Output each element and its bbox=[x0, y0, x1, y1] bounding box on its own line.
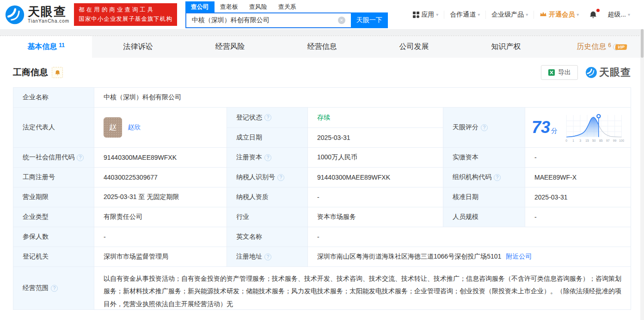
score-marker-pin bbox=[597, 115, 600, 118]
company-type-value: 有限责任公司 bbox=[94, 207, 227, 227]
english-name-label: 英文名称 bbox=[227, 227, 308, 247]
nav-enterprise-products[interactable]: 企业级产品 ▾ bbox=[485, 11, 534, 19]
tianyancha-logo-icon bbox=[5, 5, 25, 25]
help-icon[interactable]: ? bbox=[481, 124, 488, 131]
brand-watermark: 天眼查 bbox=[585, 66, 631, 79]
search-tabs: 查公司 查老板 查风险 查关系 bbox=[185, 1, 388, 12]
legal-rep-value: 赵 赵欣 bbox=[94, 108, 227, 148]
industry-value: 资本市场服务 bbox=[308, 207, 443, 227]
bell-icon bbox=[589, 11, 597, 19]
score-value: 73分 bbox=[525, 108, 631, 148]
svg-text:15: 15 bbox=[585, 139, 589, 142]
clear-icon[interactable]: ✕ bbox=[338, 17, 345, 24]
taxpayer-quality-label: 纳税人资质 bbox=[227, 187, 308, 207]
svg-text:3: 3 bbox=[579, 139, 581, 142]
tab-legal-proceedings[interactable]: 法律诉讼 bbox=[92, 36, 184, 58]
nav-open-membership[interactable]: 开通会员 ▾ bbox=[534, 11, 584, 19]
reg-authority-value: 深圳市市场监督管理局 bbox=[94, 247, 227, 267]
logo-domain-text: TianYanCha.com bbox=[28, 18, 69, 24]
establish-date-value: 2025-03-31 bbox=[308, 128, 443, 148]
section-header: 工商信息 导出 bbox=[13, 58, 631, 87]
help-icon[interactable]: ? bbox=[51, 285, 58, 292]
notification-bell-button[interactable] bbox=[584, 11, 602, 19]
tab-strip: 基本信息 11 法律诉讼 经营风险 经营信息 公司发展 知识产权 历史信息 6 bbox=[0, 36, 644, 58]
svg-text:0: 0 bbox=[565, 139, 567, 142]
industry-label: 行业 bbox=[227, 207, 308, 227]
staff-size-label: 人员规模 bbox=[443, 207, 525, 227]
status-badge: 存续 bbox=[317, 114, 330, 122]
nav-account-menu[interactable]: 超级... ▾ bbox=[602, 11, 636, 19]
bell-icon bbox=[55, 70, 61, 76]
nav-partner-channel[interactable]: 合作通道 ▾ bbox=[444, 11, 485, 19]
nav-account-label: 超级... bbox=[607, 11, 626, 19]
help-icon[interactable]: ? bbox=[264, 154, 271, 161]
tab-business-info[interactable]: 经营信息 bbox=[276, 36, 368, 58]
vertical-scrollbar[interactable] bbox=[640, 29, 644, 320]
company-name-label: 企业名称 bbox=[13, 88, 94, 108]
english-name-value: - bbox=[308, 227, 631, 247]
svg-text:85: 85 bbox=[599, 139, 603, 142]
chevron-down-icon: ▾ bbox=[628, 12, 630, 17]
export-label: 导出 bbox=[558, 68, 571, 77]
legal-rep-link[interactable]: 赵欣 bbox=[128, 123, 141, 132]
watermark-brand-text: 天眼查 bbox=[599, 66, 631, 79]
credit-code-value: 91440300MAEE89WFXK bbox=[94, 148, 227, 168]
vip-badge: VIP bbox=[615, 44, 627, 50]
nav-apps[interactable]: 应用 ▾ bbox=[407, 11, 444, 19]
crown-icon bbox=[540, 11, 547, 18]
score-number: 73分 bbox=[532, 118, 558, 137]
chevron-down-icon: ▾ bbox=[577, 12, 579, 17]
establish-date-label: 成立日期 bbox=[227, 128, 308, 148]
subscribe-bell-button[interactable] bbox=[52, 67, 63, 78]
scrollbar-thumb[interactable] bbox=[641, 29, 644, 58]
help-icon[interactable]: ? bbox=[264, 254, 271, 260]
search-tab-risk[interactable]: 查风险 bbox=[244, 1, 273, 12]
search-tab-relation[interactable]: 查关系 bbox=[273, 1, 302, 12]
reg-number-label: 工商注册号 bbox=[13, 168, 94, 187]
help-icon[interactable]: ? bbox=[264, 114, 271, 121]
reg-address-label: 注册地址 ? bbox=[227, 247, 308, 267]
nearby-companies-link[interactable]: 附近公司 bbox=[506, 253, 532, 261]
reg-capital-value: 1000万人民币 bbox=[308, 148, 443, 168]
search-input[interactable] bbox=[185, 12, 351, 28]
nav-membership-label: 开通会员 bbox=[549, 11, 575, 19]
search-button[interactable]: 天眼一下 bbox=[351, 12, 388, 28]
section-title: 工商信息 bbox=[13, 66, 48, 78]
tab-intellectual-property[interactable]: 知识产权 bbox=[460, 36, 552, 58]
help-icon[interactable]: ? bbox=[494, 174, 501, 181]
score-label: 天眼评分 ? bbox=[443, 108, 525, 148]
help-icon[interactable]: ? bbox=[277, 174, 284, 181]
search-module: 查公司 查老板 查风险 查关系 天眼一下 ✕ bbox=[185, 1, 388, 28]
business-term-value: 2025-03-31 至 无固定期限 bbox=[94, 187, 227, 207]
logo-brand-text: 天眼查 bbox=[28, 6, 69, 18]
credit-code-label: 统一社会信用代码 ? bbox=[13, 148, 94, 168]
search-tab-boss[interactable]: 查老板 bbox=[215, 1, 244, 12]
slogan-line-2: 国家中小企业发展子基金旗下机构 bbox=[79, 15, 172, 24]
help-icon[interactable]: ? bbox=[77, 154, 84, 161]
reg-capital-label: 注册资本 ? bbox=[227, 148, 308, 168]
business-info-table: 企业名称 中核（深圳）科创有限公司 法定代表人 赵 赵欣 登记状态 ? 存续 成… bbox=[13, 87, 631, 310]
taxpayer-id-value: 91440300MAEE89WFXK bbox=[308, 168, 443, 187]
avatar[interactable]: 赵 bbox=[104, 117, 122, 138]
tab-company-development[interactable]: 公司发展 bbox=[368, 36, 460, 58]
paid-capital-label: 实缴资本 bbox=[443, 148, 525, 168]
chevron-down-icon: ▾ bbox=[526, 12, 528, 17]
excel-icon bbox=[548, 69, 555, 76]
tab-history-info[interactable]: 历史信息 6 VIP ? bbox=[552, 36, 644, 58]
slogan-line-1: 都在用的商业查询工具 bbox=[79, 6, 172, 14]
tianyancha-logo[interactable]: 天眼查 TianYanCha.com bbox=[5, 5, 69, 25]
slogan-badge: 都在用的商业查询工具 国家中小企业发展子基金旗下机构 bbox=[74, 3, 177, 26]
grid-icon bbox=[413, 12, 419, 18]
notification-dot bbox=[596, 9, 600, 12]
svg-text:100: 100 bbox=[619, 139, 624, 142]
tab-basic-info[interactable]: 基本信息 11 bbox=[0, 36, 92, 58]
company-type-label: 企业类型 bbox=[13, 207, 94, 227]
svg-text:97: 97 bbox=[606, 139, 610, 142]
tab-operating-risk[interactable]: 经营风险 bbox=[184, 36, 276, 58]
chevron-down-icon: ▾ bbox=[436, 12, 438, 17]
export-button[interactable]: 导出 bbox=[541, 65, 578, 80]
taxpayer-id-label: 纳税人识别号 ? bbox=[227, 168, 308, 187]
chevron-down-icon: ▾ bbox=[478, 12, 480, 17]
tab-history-count: 6 bbox=[608, 42, 611, 48]
search-tab-company[interactable]: 查公司 bbox=[185, 1, 215, 12]
